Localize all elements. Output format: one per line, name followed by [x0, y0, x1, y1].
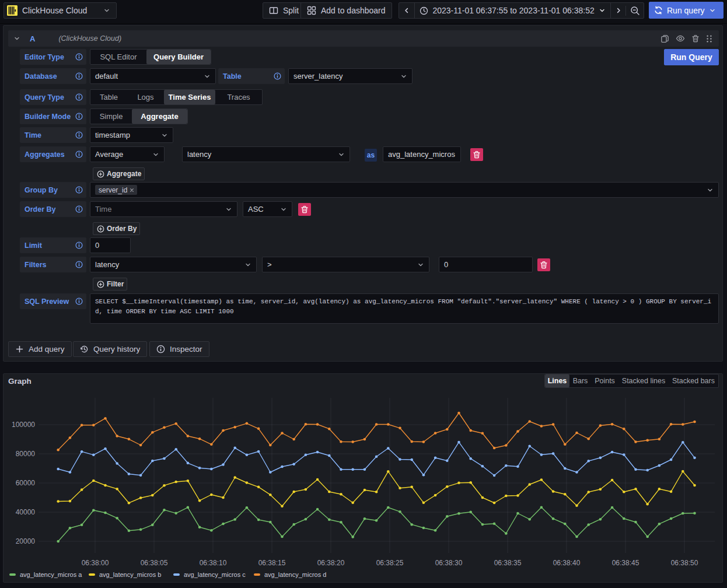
svg-text:06:38:35: 06:38:35: [494, 559, 522, 567]
svg-text:06:38:45: 06:38:45: [612, 559, 639, 567]
svg-text:06:38:10: 06:38:10: [200, 559, 227, 567]
svg-text:100000: 100000: [12, 421, 35, 429]
svg-text:20000: 20000: [16, 537, 36, 545]
svg-text:06:38:20: 06:38:20: [317, 559, 345, 567]
svg-text:06:38:15: 06:38:15: [258, 559, 286, 567]
svg-text:06:38:25: 06:38:25: [376, 559, 404, 567]
svg-text:06:38:00: 06:38:00: [82, 559, 109, 567]
svg-text:80000: 80000: [16, 450, 36, 458]
svg-text:06:38:05: 06:38:05: [141, 559, 168, 567]
svg-text:06:38:40: 06:38:40: [553, 559, 581, 567]
svg-text:06:38:50: 06:38:50: [671, 559, 698, 567]
svg-text:60000: 60000: [16, 479, 36, 487]
svg-text:06:38:30: 06:38:30: [435, 559, 463, 567]
svg-text:40000: 40000: [16, 508, 36, 516]
